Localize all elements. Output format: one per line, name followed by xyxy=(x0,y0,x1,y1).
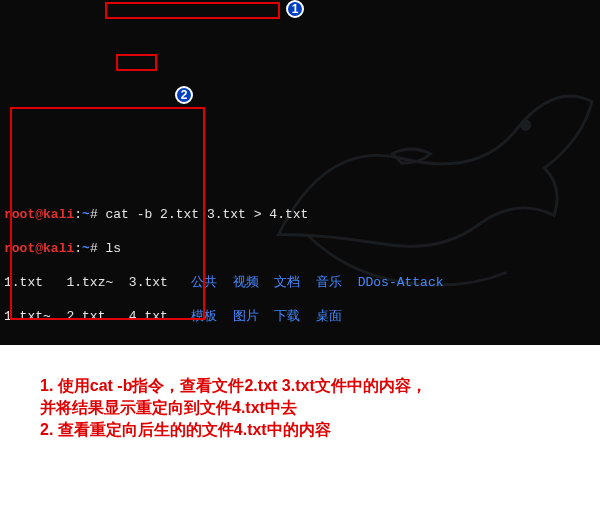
prompt-path: ~ xyxy=(82,207,90,222)
explain-line-2: 并将结果显示重定向到文件4.txt中去 xyxy=(40,397,580,419)
terminal-content: root@kali:~# cat -b 2.txt 3.txt > 4.txt … xyxy=(4,189,596,345)
prompt-line-ls: root@kali:~# ls xyxy=(4,240,596,257)
callout-badge-1: 1 xyxy=(286,0,304,18)
ls-file-4txt: 4.txt xyxy=(129,309,168,324)
terminal-window[interactable]: 1 2 root@kali:~# cat -b 2.txt 3.txt > 4.… xyxy=(0,0,600,345)
highlight-box-file-4txt xyxy=(116,54,157,71)
prompt-user: root xyxy=(4,207,35,222)
command-ls: ls xyxy=(106,241,122,256)
ls-output-row-2: 1.txt~ 2.txt 4.txt 模板 图片 下载 桌面 xyxy=(4,308,596,325)
highlight-box-command-1 xyxy=(105,2,280,19)
command-cat-redirect: cat -b 2.txt 3.txt > 4.txt xyxy=(106,207,309,222)
ls-ddos-attack: DDos-Attack xyxy=(358,275,444,290)
prompt-line-0: root@kali:~# cat -b 2.txt 3.txt > 4.txt xyxy=(4,206,596,223)
explain-line-1: 1. 使用cat -b指令，查看文件2.txt 3.txt文件中的内容， xyxy=(40,375,580,397)
explanation-panel: 1. 使用cat -b指令，查看文件2.txt 3.txt文件中的内容， 并将结… xyxy=(0,345,600,441)
command-cat4-bs: cat 4.txt\ xyxy=(106,343,184,345)
prompt-line-cat-bs: root@kali:~# cat 4.txt\ xyxy=(4,342,596,345)
callout-badge-2: 2 xyxy=(175,86,193,104)
ls-output-row-1: 1.txt 1.txz~ 3.txt 公共 视频 文档 音乐 DDos-Atta… xyxy=(4,274,596,291)
prompt-host: kali xyxy=(43,207,74,222)
explain-line-3: 2. 查看重定向后生的的文件4.txt中的内容 xyxy=(40,419,580,441)
svg-point-0 xyxy=(520,120,531,131)
